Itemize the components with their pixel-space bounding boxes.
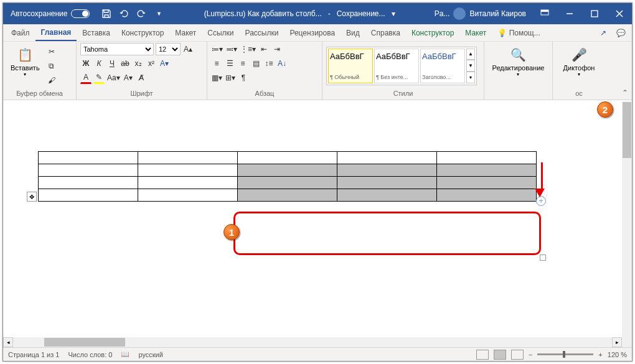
italic-button[interactable]: К [93, 57, 105, 70]
font-size-combo[interactable]: 12 [156, 43, 181, 55]
scroll-right-icon[interactable]: ▸ [612, 337, 622, 347]
share-icon[interactable]: ↗ [595, 26, 612, 40]
comments-icon[interactable]: 💬 [612, 26, 629, 40]
decrease-indent-icon[interactable]: ⇤ [258, 43, 270, 55]
style-heading[interactable]: АаБбВвГЗаголово... [420, 49, 465, 83]
change-case-icon[interactable]: Aa▾ [106, 72, 121, 84]
spellcheck-icon[interactable]: 📖 [121, 350, 129, 358]
tab-help[interactable]: Справка [365, 26, 406, 40]
tab-references[interactable]: Ссылки [202, 26, 239, 40]
annotation-arrow [539, 162, 545, 197]
align-right-icon[interactable]: ≡ [237, 57, 248, 70]
saving-status: Сохранение... [337, 9, 385, 18]
copy-icon[interactable]: ⧉ [46, 60, 57, 72]
undo-icon[interactable] [118, 8, 129, 19]
tab-layout[interactable]: Макет [169, 26, 202, 40]
redo-icon[interactable] [136, 8, 147, 19]
grow-font-icon[interactable]: A▴ [182, 43, 194, 55]
underline-button[interactable]: Ч [106, 57, 118, 70]
tab-table-layout[interactable]: Макет [459, 26, 492, 40]
document-area[interactable]: ✥ 1 + 2 ◂ ▸ [3, 101, 632, 347]
table-move-handle-icon[interactable]: ✥ [27, 192, 37, 202]
print-layout-icon[interactable] [494, 350, 506, 360]
save-icon[interactable] [101, 8, 112, 19]
word-count[interactable]: Число слов: 0 [68, 351, 112, 358]
line-spacing-icon[interactable]: ↕≡ [263, 57, 275, 70]
svg-rect-1 [541, 10, 548, 12]
collapse-ribbon-icon[interactable]: ⌃ [622, 88, 628, 97]
document-title: (Lumpics.ru) Как добавить столб... [204, 9, 322, 18]
dictate-button[interactable]: 🎤 Диктофон▾ [560, 43, 599, 80]
styles-gallery[interactable]: АаБбВвГ¶ Обычный АаБбВвГ¶ Без инте... Аа… [326, 47, 477, 85]
format-painter-icon[interactable]: 🖌 [46, 74, 57, 86]
strike-button[interactable]: ab [120, 57, 131, 70]
user-name: Виталий Каиров [469, 9, 526, 18]
tab-tell-me[interactable]: 💡 Помощ... [492, 26, 545, 40]
styles-down-icon[interactable]: ▼ [466, 60, 475, 72]
numbering-icon[interactable]: ≕▾ [225, 43, 238, 55]
highlight-icon[interactable]: ✎ [93, 72, 105, 84]
styles-more-icon[interactable]: ▾ [466, 72, 475, 83]
ribbon-display-icon[interactable] [532, 3, 557, 24]
multilevel-icon[interactable]: ⋮≡▾ [240, 43, 256, 55]
editing-button[interactable]: 🔍 Редактирование▾ [489, 43, 548, 80]
borders-icon[interactable]: ⊞▾ [225, 72, 236, 84]
web-layout-icon[interactable] [511, 350, 524, 360]
callout-marker-2: 2 [597, 101, 613, 118]
shading-icon[interactable]: ▦▾ [211, 72, 223, 84]
shrink-font-icon[interactable]: A▾ [123, 72, 134, 84]
zoom-out-button[interactable]: − [529, 351, 532, 358]
justify-icon[interactable]: ▤ [250, 57, 261, 70]
bullets-icon[interactable]: ≔▾ [211, 43, 223, 55]
style-normal[interactable]: АаБбВвГ¶ Обычный [328, 49, 373, 83]
styles-up-icon[interactable]: ▲ [466, 49, 475, 60]
table-resize-handle-icon[interactable] [540, 254, 546, 261]
group-voice-label: ос [557, 88, 601, 100]
clipboard-icon: 📋 [16, 45, 34, 64]
app-name-short: Pa... [435, 9, 450, 18]
document-table[interactable] [38, 151, 537, 202]
zoom-slider[interactable] [537, 353, 593, 355]
page-indicator[interactable]: Страница 1 из 1 [8, 351, 59, 358]
align-center-icon[interactable]: ☰ [224, 57, 235, 70]
text-effects-icon[interactable]: A▾ [159, 57, 170, 70]
qat-dropdown-icon[interactable]: ▼ [153, 8, 164, 19]
tab-home[interactable]: Главная [35, 25, 77, 41]
avatar-icon[interactable] [453, 7, 466, 20]
bold-button[interactable]: Ж [80, 57, 92, 70]
tab-file[interactable]: Файл [6, 26, 35, 40]
tab-insert[interactable]: Вставка [77, 26, 116, 40]
ribbon: 📋 Вставить▾ ✂ ⧉ 🖌 Буфер обмена Tahoma 12… [3, 42, 632, 100]
clear-formatting-icon[interactable]: A̸ [136, 72, 147, 84]
tab-table-design[interactable]: Конструктор [406, 26, 459, 40]
tab-view[interactable]: Вид [341, 26, 365, 40]
paste-button[interactable]: 📋 Вставить▾ [7, 43, 44, 80]
sort-icon[interactable]: A↓ [276, 57, 288, 70]
zoom-level[interactable]: 120 % [608, 351, 627, 358]
language-indicator[interactable]: русский [138, 351, 162, 358]
tab-mailings[interactable]: Рассылки [240, 26, 285, 40]
tab-design[interactable]: Конструктор [116, 26, 169, 40]
group-paragraph-label: Абзац [211, 88, 318, 100]
show-marks-icon[interactable]: ¶ [238, 72, 249, 84]
svg-rect-3 [591, 11, 598, 17]
font-color-icon[interactable]: A [80, 72, 92, 84]
font-name-combo[interactable]: Tahoma [80, 43, 154, 55]
zoom-in-button[interactable]: + [598, 351, 602, 358]
superscript-button[interactable]: x² [146, 57, 157, 70]
align-left-icon[interactable]: ≡ [211, 57, 222, 70]
autosave-toggle[interactable]: Автосохранение [3, 9, 95, 18]
read-mode-icon[interactable] [476, 350, 489, 360]
horizontal-scrollbar[interactable]: ◂ ▸ [3, 337, 622, 347]
subscript-button[interactable]: x₂ [133, 57, 144, 70]
tab-review[interactable]: Рецензирова [284, 26, 341, 40]
minimize-button[interactable] [557, 3, 582, 24]
vertical-scrollbar[interactable] [622, 101, 632, 347]
cut-icon[interactable]: ✂ [46, 45, 57, 58]
add-column-icon[interactable]: + [536, 196, 546, 206]
close-button[interactable] [607, 3, 632, 24]
maximize-button[interactable] [582, 3, 607, 24]
style-no-spacing[interactable]: АаБбВвГ¶ Без инте... [374, 49, 419, 83]
scroll-left-icon[interactable]: ◂ [3, 337, 13, 347]
increase-indent-icon[interactable]: ⇥ [271, 43, 283, 55]
